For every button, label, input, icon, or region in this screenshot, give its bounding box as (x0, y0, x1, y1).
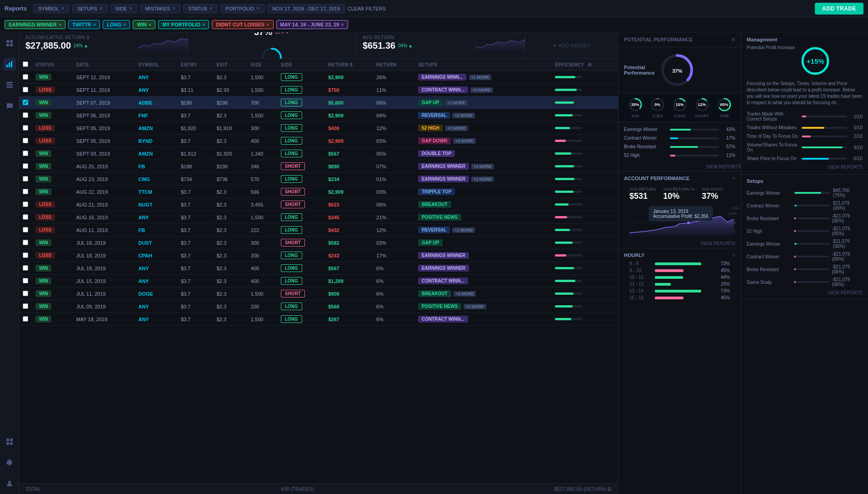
tag-date-range[interactable]: MAY 14, 19 - JUNE 23, 19 × (276, 20, 348, 29)
tag-twittr[interactable]: TWITTR × (68, 20, 100, 29)
table-row[interactable]: WIN SEPT 07, 2019 ADBE $290 $298 700 LON… (19, 96, 618, 109)
row-checkbox[interactable] (23, 100, 28, 105)
row-checkbox-cell[interactable] (19, 96, 32, 109)
row-symbol[interactable]: NUGT (135, 198, 177, 211)
table-row[interactable]: WIN AUG 22, 2019 TTCM $3.7 $2.3 566 SHOR… (19, 186, 618, 198)
tag-my-portfolio[interactable]: MY PORTFOLIO × (158, 20, 209, 29)
table-row[interactable]: WIN JUL 18, 2019 ANY $3.7 $2.3 400 LONG … (19, 262, 618, 275)
col-date[interactable]: DATE (73, 59, 135, 71)
pp-view-reports[interactable]: VIEW REPORTS (619, 164, 741, 169)
col-return-dollar[interactable]: RETURN $ (324, 59, 373, 71)
row-symbol[interactable]: CMG (135, 173, 177, 186)
row-checkbox[interactable] (23, 189, 28, 194)
more-badge[interactable]: +1 MORE (471, 176, 494, 182)
row-checkbox-cell[interactable] (19, 84, 32, 96)
table-row[interactable]: WIN JUL 11, 2019 DOGE $3.7 $2.3 1,500 SH… (19, 287, 618, 300)
management-view-reports[interactable]: VIEW REPORTS (747, 165, 863, 170)
setup-badge[interactable]: CONTRACT WINN... (418, 277, 468, 284)
table-row[interactable]: LOSS SEPT 05, 2019 AMZN $1,920 $1,910 30… (19, 122, 618, 135)
setup-badge[interactable]: TRIPPLE TOP (418, 188, 455, 195)
table-row[interactable]: LOSS JUL 18, 2019 CPAH $3.7 $2.3 200 LON… (19, 249, 618, 262)
setup-badge[interactable]: BREAKOUT (418, 201, 451, 208)
filter-setups[interactable]: SETUPS ▼ (72, 4, 108, 13)
table-row[interactable]: LOSS AUG 21, 2019 NUGT $3.7 $2.3 3,455 S… (19, 198, 618, 211)
select-all-checkbox[interactable] (23, 61, 28, 67)
add-widget-button[interactable]: + ADD WIDGET (525, 32, 618, 58)
row-checkbox-cell[interactable] (19, 211, 32, 224)
more-badge[interactable]: +2 MORE (452, 113, 475, 118)
row-symbol[interactable]: DUST (135, 237, 177, 249)
row-checkbox[interactable] (23, 138, 28, 143)
col-exit[interactable]: EXIT (213, 59, 247, 71)
row-symbol[interactable]: ANY (135, 262, 177, 275)
tag-win[interactable]: WIN × (133, 20, 155, 29)
symbol-link[interactable]: AMZN (138, 151, 153, 156)
symbol-link[interactable]: ADBE (138, 100, 152, 106)
row-checkbox-cell[interactable] (19, 186, 32, 198)
row-checkbox-cell[interactable] (19, 300, 32, 313)
add-trade-button[interactable]: ADD TRADE (815, 3, 863, 15)
symbol-link[interactable]: BYND (138, 138, 152, 144)
row-checkbox[interactable] (23, 316, 28, 322)
symbol-link[interactable]: DUST (138, 240, 152, 246)
row-symbol[interactable]: ANY (135, 211, 177, 224)
sidebar-icon-grid[interactable] (3, 37, 16, 50)
row-checkbox[interactable] (23, 240, 28, 245)
row-checkbox[interactable] (23, 265, 28, 271)
sidebar-icon-user[interactable] (3, 477, 16, 490)
table-row[interactable]: WIN AUG 23, 2019 CMG $734 $736 570 LONG … (19, 173, 618, 186)
symbol-link[interactable]: CMG (138, 176, 150, 182)
symbol-link[interactable]: FNF (138, 113, 148, 118)
setup-badge[interactable]: POSITIVE NEWS (418, 214, 461, 221)
filter-status[interactable]: STATUS ▼ (183, 4, 218, 13)
table-row[interactable]: LOSS AUG 11, 2019 FB $3.7 $2.3 222 LONG … (19, 224, 618, 237)
symbol-link[interactable]: TTCM (138, 189, 152, 195)
row-symbol[interactable]: AMZN (135, 147, 177, 160)
symbol-link[interactable]: AMZN (138, 126, 153, 131)
row-checkbox-cell[interactable] (19, 249, 32, 262)
setup-badge[interactable]: GAP UP (418, 99, 443, 106)
row-checkbox[interactable] (23, 74, 28, 80)
row-checkbox-cell[interactable] (19, 313, 32, 326)
more-badge[interactable]: +1 MORE (469, 75, 492, 80)
table-row[interactable]: LOSS SEPT 05, 2019 BYND $3.7 $2.3 400 LO… (19, 135, 618, 147)
row-checkbox-cell[interactable] (19, 71, 32, 84)
row-checkbox[interactable] (23, 176, 28, 181)
row-symbol[interactable]: FNF (135, 109, 177, 122)
symbol-link[interactable]: ANY (138, 87, 149, 93)
setup-badge[interactable]: CONTRACT WINN... (418, 316, 468, 323)
row-checkbox[interactable] (23, 125, 28, 131)
symbol-link[interactable]: ANY (138, 317, 149, 322)
table-row[interactable]: WIN MAY 18, 2018 ANY $3.7 $2.3 1,500 LON… (19, 313, 618, 326)
symbol-link[interactable]: ANY (138, 304, 149, 309)
row-symbol[interactable]: FB (135, 160, 177, 173)
col-entry[interactable]: ENTRY (177, 59, 213, 71)
setup-badge[interactable]: 52 HIGH (418, 125, 443, 131)
more-badge[interactable]: +1 MORE (452, 227, 475, 233)
setup-badge[interactable]: DOUBLE TOP (418, 150, 455, 157)
account-view-reports[interactable]: VIEW REPORTS (624, 241, 735, 246)
row-symbol[interactable]: ANY (135, 313, 177, 326)
pp-close-button[interactable]: × (732, 36, 735, 43)
table-row[interactable]: LOSS AUG 16, 2019 ANY $3.7 $2.3 1,500 LO… (19, 211, 618, 224)
more-badge[interactable]: +3 MORE (453, 138, 476, 144)
row-checkbox-cell[interactable] (19, 160, 32, 173)
table-row[interactable]: LOSS SEPT 11, 2019 ANY $3.11 $2.93 1,500… (19, 84, 618, 96)
col-return[interactable]: RETURN (373, 59, 414, 71)
setup-badge[interactable]: REVERSAL (418, 227, 450, 233)
row-checkbox-cell[interactable] (19, 173, 32, 186)
row-checkbox-cell[interactable] (19, 122, 32, 135)
filter-symbol[interactable]: SYMBOL ▼ (33, 4, 70, 13)
tag-didnt-cut-losses[interactable]: DIDNT CUT LOSSES × (212, 20, 273, 29)
row-checkbox[interactable] (23, 303, 28, 309)
setup-badge[interactable]: EARNINGS WINN... (418, 74, 467, 81)
symbol-link[interactable]: CPAH (138, 253, 152, 258)
row-symbol[interactable]: ADBE (135, 96, 177, 109)
row-symbol[interactable]: AMZN (135, 122, 177, 135)
symbol-link[interactable]: ANY (138, 75, 149, 80)
sidebar-icon-grid3[interactable] (3, 435, 16, 448)
row-checkbox[interactable] (23, 163, 28, 169)
clear-filters-button[interactable]: CLEAR FILTERS (348, 6, 386, 11)
col-status[interactable]: STATUS (32, 59, 73, 71)
row-checkbox-cell[interactable] (19, 287, 32, 300)
